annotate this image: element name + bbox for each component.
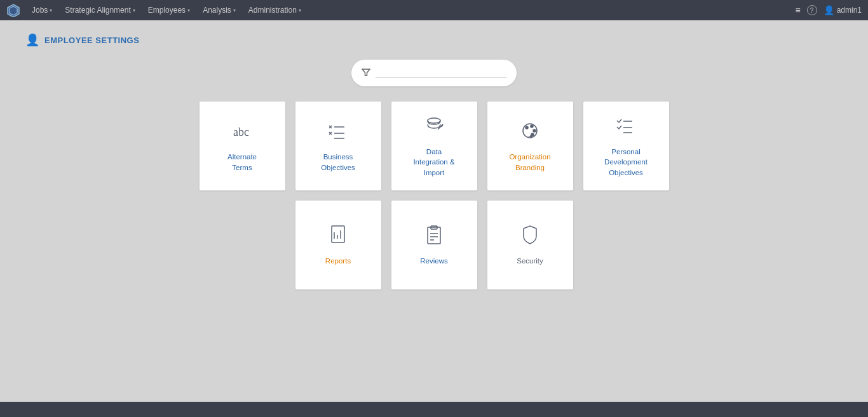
page-title: EMPLOYEE SETTINGS bbox=[44, 36, 139, 45]
svg-rect-27 bbox=[428, 227, 440, 244]
filter-lines-icon[interactable]: ≡ bbox=[795, 5, 800, 15]
checklist2-icon bbox=[614, 114, 637, 140]
shield-icon bbox=[519, 223, 541, 249]
nav-jobs[interactable]: Jobs ▾ bbox=[27, 3, 57, 17]
svg-text:abc: abc bbox=[233, 126, 249, 138]
card-business-objectives[interactable]: BusinessObjectives bbox=[295, 102, 381, 190]
main-content: 👤 EMPLOYEE SETTINGS abc bbox=[0, 20, 868, 402]
card-organization-branding[interactable]: OrganizationBranding bbox=[487, 102, 573, 190]
user-icon: 👤 bbox=[824, 5, 834, 15]
employees-chevron-icon: ▾ bbox=[187, 8, 190, 13]
svg-marker-2 bbox=[362, 69, 370, 76]
search-box bbox=[351, 60, 517, 86]
jobs-chevron-icon: ▾ bbox=[50, 8, 52, 13]
nav-strategic-alignment[interactable]: Strategic Alignment ▾ bbox=[60, 3, 140, 17]
cards-row-2: Reports Reviews bbox=[295, 201, 573, 289]
cards-row-1: abc AlternateTerms BusinessObjectives bbox=[200, 102, 669, 190]
help-icon[interactable]: ? bbox=[807, 5, 817, 15]
card-label: Reviews bbox=[420, 256, 447, 266]
nav-right: ≡ ? 👤 admin1 bbox=[795, 5, 862, 15]
card-label: Security bbox=[517, 256, 543, 266]
admin-chevron-icon: ▾ bbox=[299, 8, 301, 13]
svg-rect-23 bbox=[332, 226, 344, 242]
card-label: DataIntegration &Import bbox=[413, 147, 454, 177]
employee-settings-header: 👤 EMPLOYEE SETTINGS bbox=[25, 33, 843, 47]
cards-section: abc AlternateTerms BusinessObjectives bbox=[25, 102, 843, 289]
nav-administration[interactable]: Administration ▾ bbox=[243, 3, 306, 17]
report-icon bbox=[327, 223, 349, 249]
svg-point-16 bbox=[526, 126, 528, 129]
card-alternate-terms[interactable]: abc AlternateTerms bbox=[200, 102, 285, 190]
clipboard-icon bbox=[423, 223, 445, 249]
user-menu[interactable]: 👤 admin1 bbox=[824, 5, 862, 15]
card-reviews[interactable]: Reviews bbox=[391, 201, 477, 289]
card-label: AlternateTerms bbox=[227, 152, 257, 172]
nav-left: Jobs ▾ Strategic Alignment ▾ Employees ▾… bbox=[6, 3, 306, 17]
app-logo-icon bbox=[6, 3, 20, 17]
palette-icon bbox=[519, 119, 541, 145]
nav-employees[interactable]: Employees ▾ bbox=[143, 3, 195, 17]
svg-point-11 bbox=[428, 118, 440, 123]
svg-point-18 bbox=[533, 129, 536, 132]
card-label: Reports bbox=[325, 256, 351, 266]
abc-icon: abc bbox=[231, 119, 254, 145]
checklist-icon bbox=[327, 119, 349, 145]
nav-analysis[interactable]: Analysis ▾ bbox=[198, 3, 241, 17]
svg-line-14 bbox=[442, 124, 443, 127]
card-personal-development[interactable]: PersonalDevelopmentObjectives bbox=[583, 102, 669, 190]
navbar: Jobs ▾ Strategic Alignment ▾ Employees ▾… bbox=[0, 0, 868, 20]
person-icon: 👤 bbox=[25, 33, 39, 47]
search-container bbox=[25, 60, 843, 86]
svg-point-17 bbox=[531, 125, 533, 128]
svg-marker-1 bbox=[10, 6, 17, 15]
search-input[interactable] bbox=[376, 68, 506, 78]
footer-bar bbox=[0, 402, 868, 417]
card-label: OrganizationBranding bbox=[509, 152, 550, 172]
database-icon bbox=[423, 114, 445, 140]
card-security[interactable]: Security bbox=[487, 201, 573, 289]
strategic-chevron-icon: ▾ bbox=[133, 8, 135, 13]
analysis-chevron-icon: ▾ bbox=[233, 8, 236, 13]
card-label: PersonalDevelopmentObjectives bbox=[604, 147, 648, 177]
card-label: BusinessObjectives bbox=[321, 152, 355, 172]
search-filter-icon bbox=[362, 68, 370, 79]
card-data-integration[interactable]: DataIntegration &Import bbox=[391, 102, 477, 190]
card-reports[interactable]: Reports bbox=[295, 201, 381, 289]
